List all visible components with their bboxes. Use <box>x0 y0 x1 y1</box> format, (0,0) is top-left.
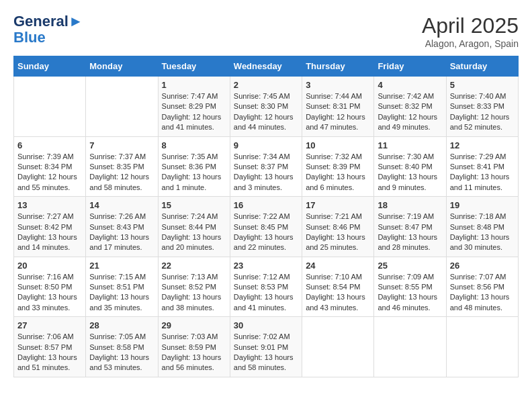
day-number: 18 <box>378 200 442 210</box>
day-content: Sunrise: 7:09 AMSunset: 8:55 PMDaylight:… <box>378 272 442 314</box>
day-content: Sunrise: 7:02 AMSunset: 9:01 PMDaylight:… <box>234 332 298 373</box>
calendar-cell: 27Sunrise: 7:06 AMSunset: 8:57 PMDayligh… <box>14 317 86 377</box>
logo: General► Blue <box>13 13 83 46</box>
calendar-cell: 9Sunrise: 7:34 AMSunset: 8:37 PMDaylight… <box>230 136 302 197</box>
day-content: Sunrise: 7:35 AMSunset: 8:36 PMDaylight:… <box>162 152 226 193</box>
day-content: Sunrise: 7:13 AMSunset: 8:52 PMDaylight:… <box>162 272 226 314</box>
calendar-cell: 10Sunrise: 7:32 AMSunset: 8:39 PMDayligh… <box>302 136 374 197</box>
day-number: 27 <box>17 320 82 330</box>
day-content: Sunrise: 7:32 AMSunset: 8:39 PMDaylight:… <box>306 152 370 193</box>
calendar-cell: 13Sunrise: 7:27 AMSunset: 8:42 PMDayligh… <box>14 197 86 257</box>
day-number: 7 <box>89 140 154 150</box>
calendar-cell: 21Sunrise: 7:15 AMSunset: 8:51 PMDayligh… <box>86 257 158 317</box>
day-content: Sunrise: 7:18 AMSunset: 8:48 PMDaylight:… <box>450 212 515 253</box>
day-number: 14 <box>89 200 154 210</box>
day-content: Sunrise: 7:05 AMSunset: 8:58 PMDaylight:… <box>89 332 154 373</box>
day-number: 6 <box>17 140 82 150</box>
header-day-thursday: Thursday <box>302 56 374 77</box>
calendar-cell: 8Sunrise: 7:35 AMSunset: 8:36 PMDaylight… <box>158 136 230 197</box>
day-content: Sunrise: 7:37 AMSunset: 8:35 PMDaylight:… <box>89 152 154 193</box>
calendar-cell: 29Sunrise: 7:03 AMSunset: 8:59 PMDayligh… <box>158 317 230 377</box>
calendar-table: SundayMondayTuesdayWednesdayThursdayFrid… <box>13 56 519 377</box>
day-content: Sunrise: 7:42 AMSunset: 8:32 PMDaylight:… <box>378 91 442 133</box>
day-content: Sunrise: 7:21 AMSunset: 8:46 PMDaylight:… <box>306 212 370 253</box>
day-content: Sunrise: 7:44 AMSunset: 8:31 PMDaylight:… <box>306 91 370 133</box>
day-content: Sunrise: 7:47 AMSunset: 8:29 PMDaylight:… <box>162 91 226 133</box>
day-number: 21 <box>89 261 154 271</box>
day-content: Sunrise: 7:40 AMSunset: 8:33 PMDaylight:… <box>450 91 515 133</box>
day-number: 2 <box>234 80 298 90</box>
calendar-week-4: 20Sunrise: 7:16 AMSunset: 8:50 PMDayligh… <box>14 257 519 317</box>
calendar-cell: 2Sunrise: 7:45 AMSunset: 8:30 PMDaylight… <box>230 77 302 137</box>
calendar-week-3: 13Sunrise: 7:27 AMSunset: 8:42 PMDayligh… <box>14 197 519 257</box>
day-content: Sunrise: 7:07 AMSunset: 8:56 PMDaylight:… <box>450 272 515 314</box>
day-number: 17 <box>306 200 370 210</box>
day-number: 15 <box>162 200 226 210</box>
month-year-title: April 2025 <box>422 13 519 38</box>
day-number: 26 <box>450 261 515 271</box>
calendar-header-row: SundayMondayTuesdayWednesdayThursdayFrid… <box>14 56 519 77</box>
day-content: Sunrise: 7:15 AMSunset: 8:51 PMDaylight:… <box>89 272 154 314</box>
day-number: 13 <box>17 200 82 210</box>
calendar-cell <box>374 317 446 377</box>
day-content: Sunrise: 7:30 AMSunset: 8:40 PMDaylight:… <box>378 152 442 193</box>
day-content: Sunrise: 7:03 AMSunset: 8:59 PMDaylight:… <box>162 332 226 373</box>
day-number: 28 <box>89 320 154 330</box>
calendar-cell: 12Sunrise: 7:29 AMSunset: 8:41 PMDayligh… <box>446 136 518 197</box>
calendar-week-5: 27Sunrise: 7:06 AMSunset: 8:57 PMDayligh… <box>14 317 519 377</box>
day-content: Sunrise: 7:45 AMSunset: 8:30 PMDaylight:… <box>234 91 298 133</box>
day-number: 25 <box>378 261 442 271</box>
calendar-cell: 24Sunrise: 7:10 AMSunset: 8:54 PMDayligh… <box>302 257 374 317</box>
calendar-cell: 1Sunrise: 7:47 AMSunset: 8:29 PMDaylight… <box>158 77 230 137</box>
header-day-saturday: Saturday <box>446 56 518 77</box>
calendar-cell: 28Sunrise: 7:05 AMSunset: 8:58 PMDayligh… <box>86 317 158 377</box>
logo-text: General► <box>13 13 83 30</box>
day-number: 23 <box>234 261 298 271</box>
calendar-cell <box>86 77 158 137</box>
calendar-cell: 6Sunrise: 7:39 AMSunset: 8:34 PMDaylight… <box>14 136 86 197</box>
calendar-cell: 5Sunrise: 7:40 AMSunset: 8:33 PMDaylight… <box>446 77 518 137</box>
calendar-cell: 30Sunrise: 7:02 AMSunset: 9:01 PMDayligh… <box>230 317 302 377</box>
calendar-cell: 17Sunrise: 7:21 AMSunset: 8:46 PMDayligh… <box>302 197 374 257</box>
calendar-cell: 26Sunrise: 7:07 AMSunset: 8:56 PMDayligh… <box>446 257 518 317</box>
calendar-cell <box>302 317 374 377</box>
day-number: 1 <box>162 80 226 90</box>
calendar-cell: 11Sunrise: 7:30 AMSunset: 8:40 PMDayligh… <box>374 136 446 197</box>
day-content: Sunrise: 7:06 AMSunset: 8:57 PMDaylight:… <box>17 332 82 373</box>
location-subtitle: Alagon, Aragon, Spain <box>422 38 519 49</box>
calendar-week-1: 1Sunrise: 7:47 AMSunset: 8:29 PMDaylight… <box>14 77 519 137</box>
day-content: Sunrise: 7:34 AMSunset: 8:37 PMDaylight:… <box>234 152 298 193</box>
day-content: Sunrise: 7:29 AMSunset: 8:41 PMDaylight:… <box>450 152 515 193</box>
calendar-cell: 16Sunrise: 7:22 AMSunset: 8:45 PMDayligh… <box>230 197 302 257</box>
day-content: Sunrise: 7:27 AMSunset: 8:42 PMDaylight:… <box>17 212 82 253</box>
day-number: 30 <box>234 320 298 330</box>
day-number: 3 <box>306 80 370 90</box>
day-content: Sunrise: 7:16 AMSunset: 8:50 PMDaylight:… <box>17 272 82 314</box>
day-number: 5 <box>450 80 515 90</box>
calendar-week-2: 6Sunrise: 7:39 AMSunset: 8:34 PMDaylight… <box>14 136 519 197</box>
calendar-cell: 20Sunrise: 7:16 AMSunset: 8:50 PMDayligh… <box>14 257 86 317</box>
calendar-cell: 14Sunrise: 7:26 AMSunset: 8:43 PMDayligh… <box>86 197 158 257</box>
day-content: Sunrise: 7:12 AMSunset: 8:53 PMDaylight:… <box>234 272 298 314</box>
day-content: Sunrise: 7:24 AMSunset: 8:44 PMDaylight:… <box>162 212 226 253</box>
calendar-cell: 7Sunrise: 7:37 AMSunset: 8:35 PMDaylight… <box>86 136 158 197</box>
calendar-cell <box>446 317 518 377</box>
logo-text-blue: Blue <box>13 30 83 46</box>
day-number: 12 <box>450 140 515 150</box>
header-day-tuesday: Tuesday <box>158 56 230 77</box>
day-number: 4 <box>378 80 442 90</box>
header-day-friday: Friday <box>374 56 446 77</box>
header-day-sunday: Sunday <box>14 56 86 77</box>
day-number: 22 <box>162 261 226 271</box>
header-day-monday: Monday <box>86 56 158 77</box>
day-content: Sunrise: 7:26 AMSunset: 8:43 PMDaylight:… <box>89 212 154 253</box>
day-number: 24 <box>306 261 370 271</box>
day-number: 16 <box>234 200 298 210</box>
calendar-cell: 23Sunrise: 7:12 AMSunset: 8:53 PMDayligh… <box>230 257 302 317</box>
day-number: 10 <box>306 140 370 150</box>
calendar-cell: 4Sunrise: 7:42 AMSunset: 8:32 PMDaylight… <box>374 77 446 137</box>
day-number: 29 <box>162 320 226 330</box>
day-content: Sunrise: 7:39 AMSunset: 8:34 PMDaylight:… <box>17 152 82 193</box>
calendar-cell: 25Sunrise: 7:09 AMSunset: 8:55 PMDayligh… <box>374 257 446 317</box>
calendar-cell: 22Sunrise: 7:13 AMSunset: 8:52 PMDayligh… <box>158 257 230 317</box>
